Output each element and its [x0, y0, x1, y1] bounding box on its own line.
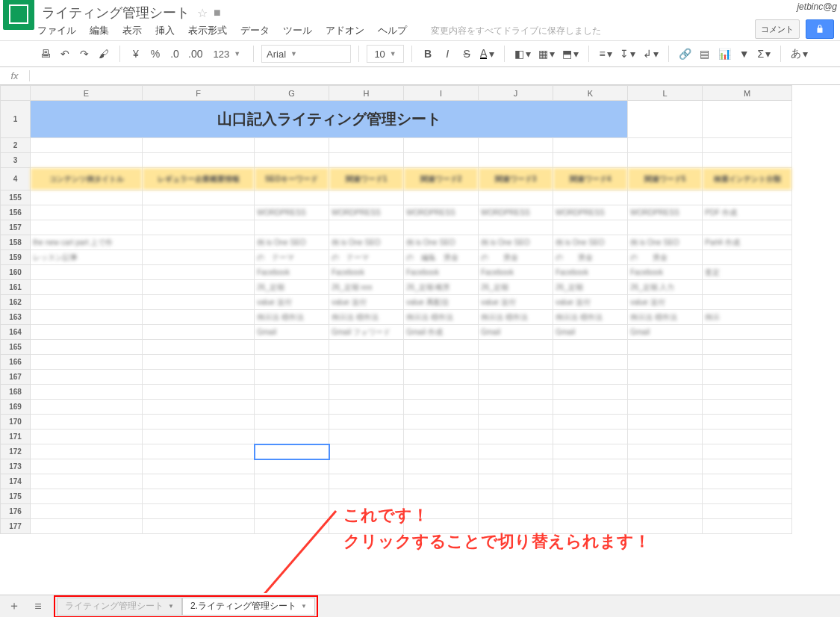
cell[interactable]: [143, 190, 255, 205]
cell[interactable]: [553, 385, 628, 400]
cell[interactable]: の テーマ: [255, 250, 329, 265]
cell[interactable]: Facebook: [479, 265, 553, 280]
cell[interactable]: Gmail: [255, 325, 329, 340]
cell[interactable]: [703, 340, 792, 355]
cell[interactable]: 例 is One SEO: [553, 235, 628, 250]
cell[interactable]: [329, 190, 404, 205]
cell[interactable]: WORDPRESS: [628, 205, 703, 220]
cell[interactable]: [404, 355, 479, 370]
folder-icon[interactable]: ■: [214, 6, 221, 19]
row-number[interactable]: 177: [1, 519, 31, 534]
fill-color-icon[interactable]: ◧▾: [512, 45, 533, 63]
menu-file[interactable]: ファイル: [37, 24, 76, 37]
menu-data[interactable]: データ: [240, 24, 270, 37]
comment-icon[interactable]: ▤: [697, 45, 713, 63]
cell[interactable]: [628, 430, 703, 444]
filter-icon[interactable]: ▼: [736, 45, 753, 63]
cell[interactable]: [31, 280, 143, 295]
cell[interactable]: [703, 504, 792, 519]
row-number[interactable]: 163: [1, 310, 31, 325]
cell[interactable]: [255, 385, 329, 400]
row-number[interactable]: 160: [1, 265, 31, 280]
cell[interactable]: [31, 220, 143, 235]
row-number[interactable]: 176: [1, 504, 31, 519]
cell[interactable]: [703, 519, 792, 534]
cell[interactable]: [255, 355, 329, 370]
cell[interactable]: [553, 190, 628, 205]
column-header[interactable]: J: [479, 86, 553, 101]
cell[interactable]: [143, 340, 255, 355]
cell[interactable]: [404, 444, 479, 459]
cell[interactable]: [329, 370, 404, 385]
row-number[interactable]: 156: [1, 205, 31, 220]
column-header[interactable]: H: [329, 86, 404, 101]
cell[interactable]: 26_定期 xxx: [329, 280, 404, 295]
menu-format[interactable]: 表示形式: [188, 24, 227, 37]
cell[interactable]: [31, 504, 143, 519]
cell[interactable]: [31, 205, 143, 220]
cell[interactable]: [628, 444, 703, 459]
cell[interactable]: の 賃金: [628, 250, 703, 265]
cell[interactable]: [31, 340, 143, 355]
menu-help[interactable]: ヘルプ: [378, 24, 407, 37]
cell[interactable]: [31, 310, 143, 325]
cell[interactable]: 例示法 標作法: [479, 310, 553, 325]
add-sheet-button[interactable]: ＋: [6, 598, 22, 615]
functions-icon[interactable]: Σ▾: [756, 45, 774, 63]
cell[interactable]: [143, 205, 255, 220]
cell[interactable]: value 送付: [255, 295, 329, 310]
cell[interactable]: [404, 474, 479, 489]
cell[interactable]: [628, 400, 703, 415]
cell[interactable]: [143, 235, 255, 250]
cell[interactable]: [404, 220, 479, 235]
cell[interactable]: 26_定期 概算: [404, 280, 479, 295]
cell[interactable]: value 再配信: [404, 295, 479, 310]
cell[interactable]: [404, 385, 479, 400]
cell[interactable]: 例 is One SEO: [628, 235, 703, 250]
cell[interactable]: の 編集 賃金: [404, 250, 479, 265]
row-number[interactable]: 161: [1, 280, 31, 295]
cell[interactable]: [553, 355, 628, 370]
text-color-button[interactable]: A▾: [478, 45, 497, 63]
cell[interactable]: PDF 作成: [703, 205, 792, 220]
cell[interactable]: [255, 489, 329, 504]
column-header[interactable]: [1, 86, 31, 101]
row-number[interactable]: 174: [1, 474, 31, 489]
comment-button[interactable]: コメント: [755, 19, 800, 39]
cell[interactable]: [31, 400, 143, 415]
italic-button[interactable]: I: [439, 45, 455, 63]
cell[interactable]: 例示法 標作法: [329, 310, 404, 325]
cell[interactable]: [329, 415, 404, 430]
cell[interactable]: 26_定期: [553, 280, 628, 295]
cell[interactable]: [255, 444, 329, 459]
cell[interactable]: [703, 355, 792, 370]
cell[interactable]: [329, 400, 404, 415]
banner-cell[interactable]: 山口記入ライティング管理シート: [31, 101, 628, 138]
cell[interactable]: [255, 400, 329, 415]
cell[interactable]: [553, 220, 628, 235]
cell[interactable]: [404, 370, 479, 385]
cell[interactable]: [479, 340, 553, 355]
link-icon[interactable]: 🔗: [676, 45, 694, 63]
row-number[interactable]: 162: [1, 295, 31, 310]
cell[interactable]: [479, 474, 553, 489]
all-sheets-button[interactable]: ≡: [30, 598, 46, 615]
cell[interactable]: [404, 340, 479, 355]
cell[interactable]: [479, 430, 553, 444]
cell[interactable]: 例示法 標作法: [255, 310, 329, 325]
cell[interactable]: 例示法 標作法: [553, 310, 628, 325]
cell[interactable]: 26_定期 入力: [628, 280, 703, 295]
star-icon[interactable]: ☆: [197, 6, 208, 20]
row-number[interactable]: 175: [1, 489, 31, 504]
cell[interactable]: 例示: [703, 310, 792, 325]
cell[interactable]: [628, 355, 703, 370]
cell[interactable]: [553, 489, 628, 504]
row-number[interactable]: 167: [1, 370, 31, 385]
cell[interactable]: [329, 459, 404, 474]
cell[interactable]: 例 is One SEO: [329, 235, 404, 250]
row-number[interactable]: 159: [1, 250, 31, 265]
cell[interactable]: [31, 265, 143, 280]
undo-icon[interactable]: ↶: [57, 45, 73, 63]
column-header[interactable]: L: [628, 86, 703, 101]
cell[interactable]: [404, 489, 479, 504]
